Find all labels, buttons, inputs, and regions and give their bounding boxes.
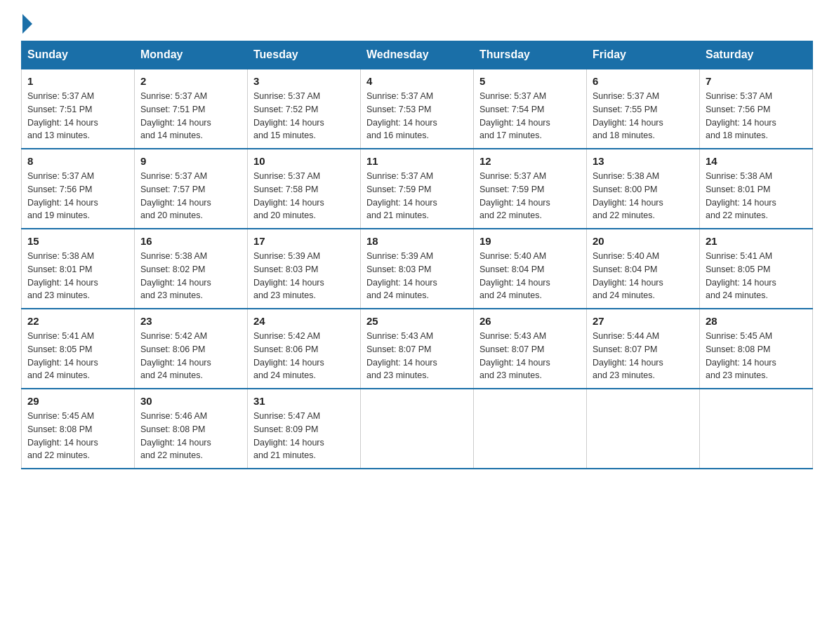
calendar-cell: 6 Sunrise: 5:37 AM Sunset: 7:55 PM Dayli… — [587, 69, 700, 149]
day-info: Sunrise: 5:37 AM Sunset: 7:55 PM Dayligh… — [593, 90, 694, 142]
day-number: 18 — [366, 235, 468, 247]
calendar-cell: 21 Sunrise: 5:41 AM Sunset: 8:05 PM Dayl… — [700, 229, 813, 309]
calendar-cell: 14 Sunrise: 5:38 AM Sunset: 8:01 PM Dayl… — [700, 149, 813, 229]
day-info: Sunrise: 5:37 AM Sunset: 7:59 PM Dayligh… — [479, 170, 581, 222]
week-row-2: 8 Sunrise: 5:37 AM Sunset: 7:56 PM Dayli… — [22, 149, 813, 229]
day-number: 1 — [27, 75, 128, 87]
calendar-cell: 18 Sunrise: 5:39 AM Sunset: 8:03 PM Dayl… — [361, 229, 474, 309]
day-info: Sunrise: 5:37 AM Sunset: 7:51 PM Dayligh… — [27, 90, 128, 142]
day-number: 15 — [27, 235, 128, 247]
calendar-cell: 15 Sunrise: 5:38 AM Sunset: 8:01 PM Dayl… — [22, 229, 135, 309]
calendar-cell: 16 Sunrise: 5:38 AM Sunset: 8:02 PM Dayl… — [135, 229, 248, 309]
day-info: Sunrise: 5:41 AM Sunset: 8:05 PM Dayligh… — [27, 330, 128, 382]
day-number: 7 — [706, 75, 807, 87]
day-number: 28 — [706, 315, 807, 327]
day-number: 4 — [366, 75, 468, 87]
day-number: 22 — [27, 315, 128, 327]
day-number: 3 — [253, 75, 355, 87]
calendar-cell: 27 Sunrise: 5:44 AM Sunset: 8:07 PM Dayl… — [587, 309, 700, 389]
day-header-tuesday: Tuesday — [248, 41, 361, 69]
day-number: 20 — [593, 235, 694, 247]
day-number: 19 — [479, 235, 581, 247]
day-info: Sunrise: 5:40 AM Sunset: 8:04 PM Dayligh… — [479, 250, 581, 302]
day-info: Sunrise: 5:37 AM Sunset: 7:58 PM Dayligh… — [253, 170, 355, 222]
day-number: 23 — [140, 315, 241, 327]
calendar-cell: 24 Sunrise: 5:42 AM Sunset: 8:06 PM Dayl… — [248, 309, 361, 389]
day-info: Sunrise: 5:38 AM Sunset: 8:02 PM Dayligh… — [140, 250, 241, 302]
day-number: 6 — [593, 75, 694, 87]
day-info: Sunrise: 5:45 AM Sunset: 8:08 PM Dayligh… — [706, 330, 807, 382]
day-number: 29 — [27, 395, 128, 407]
calendar-cell: 7 Sunrise: 5:37 AM Sunset: 7:56 PM Dayli… — [700, 69, 813, 149]
calendar-cell: 13 Sunrise: 5:38 AM Sunset: 8:00 PM Dayl… — [587, 149, 700, 229]
calendar-cell: 25 Sunrise: 5:43 AM Sunset: 8:07 PM Dayl… — [361, 309, 474, 389]
day-info: Sunrise: 5:37 AM Sunset: 7:53 PM Dayligh… — [366, 90, 468, 142]
calendar-cell: 5 Sunrise: 5:37 AM Sunset: 7:54 PM Dayli… — [474, 69, 587, 149]
day-info: Sunrise: 5:44 AM Sunset: 8:07 PM Dayligh… — [593, 330, 694, 382]
week-row-3: 15 Sunrise: 5:38 AM Sunset: 8:01 PM Dayl… — [22, 229, 813, 309]
calendar-cell: 3 Sunrise: 5:37 AM Sunset: 7:52 PM Dayli… — [248, 69, 361, 149]
day-header-saturday: Saturday — [700, 41, 813, 69]
week-row-1: 1 Sunrise: 5:37 AM Sunset: 7:51 PM Dayli… — [22, 69, 813, 149]
day-info: Sunrise: 5:37 AM Sunset: 7:57 PM Dayligh… — [140, 170, 241, 222]
day-number: 30 — [140, 395, 241, 407]
week-row-5: 29 Sunrise: 5:45 AM Sunset: 8:08 PM Dayl… — [22, 389, 813, 469]
day-number: 12 — [479, 155, 581, 167]
calendar-cell: 1 Sunrise: 5:37 AM Sunset: 7:51 PM Dayli… — [22, 69, 135, 149]
day-info: Sunrise: 5:39 AM Sunset: 8:03 PM Dayligh… — [366, 250, 468, 302]
calendar-cell — [361, 389, 474, 469]
day-info: Sunrise: 5:43 AM Sunset: 8:07 PM Dayligh… — [479, 330, 581, 382]
day-info: Sunrise: 5:47 AM Sunset: 8:09 PM Dayligh… — [253, 410, 355, 462]
day-info: Sunrise: 5:38 AM Sunset: 8:01 PM Dayligh… — [706, 170, 807, 222]
day-number: 14 — [706, 155, 807, 167]
day-number: 2 — [140, 75, 241, 87]
calendar-table: SundayMondayTuesdayWednesdayThursdayFrid… — [21, 41, 813, 469]
calendar-cell — [700, 389, 813, 469]
day-number: 26 — [479, 315, 581, 327]
calendar-cell: 4 Sunrise: 5:37 AM Sunset: 7:53 PM Dayli… — [361, 69, 474, 149]
calendar-cell: 9 Sunrise: 5:37 AM Sunset: 7:57 PM Dayli… — [135, 149, 248, 229]
calendar-cell: 11 Sunrise: 5:37 AM Sunset: 7:59 PM Dayl… — [361, 149, 474, 229]
day-headers-row: SundayMondayTuesdayWednesdayThursdayFrid… — [22, 41, 813, 69]
day-number: 31 — [253, 395, 355, 407]
calendar-cell: 28 Sunrise: 5:45 AM Sunset: 8:08 PM Dayl… — [700, 309, 813, 389]
day-info: Sunrise: 5:45 AM Sunset: 8:08 PM Dayligh… — [27, 410, 128, 462]
day-number: 8 — [27, 155, 128, 167]
calendar-cell: 26 Sunrise: 5:43 AM Sunset: 8:07 PM Dayl… — [474, 309, 587, 389]
logo-triangle-icon — [22, 14, 32, 34]
day-info: Sunrise: 5:37 AM Sunset: 7:51 PM Dayligh… — [140, 90, 241, 142]
day-info: Sunrise: 5:37 AM Sunset: 7:52 PM Dayligh… — [253, 90, 355, 142]
calendar-cell: 31 Sunrise: 5:47 AM Sunset: 8:09 PM Dayl… — [248, 389, 361, 469]
day-info: Sunrise: 5:37 AM Sunset: 7:56 PM Dayligh… — [706, 90, 807, 142]
calendar-cell: 19 Sunrise: 5:40 AM Sunset: 8:04 PM Dayl… — [474, 229, 587, 309]
day-info: Sunrise: 5:38 AM Sunset: 8:00 PM Dayligh… — [593, 170, 694, 222]
day-info: Sunrise: 5:41 AM Sunset: 8:05 PM Dayligh… — [706, 250, 807, 302]
calendar-cell — [474, 389, 587, 469]
week-row-4: 22 Sunrise: 5:41 AM Sunset: 8:05 PM Dayl… — [22, 309, 813, 389]
day-number: 21 — [706, 235, 807, 247]
day-info: Sunrise: 5:37 AM Sunset: 7:56 PM Dayligh… — [27, 170, 128, 222]
day-number: 25 — [366, 315, 468, 327]
calendar-cell: 12 Sunrise: 5:37 AM Sunset: 7:59 PM Dayl… — [474, 149, 587, 229]
day-info: Sunrise: 5:46 AM Sunset: 8:08 PM Dayligh… — [140, 410, 241, 462]
calendar-cell: 22 Sunrise: 5:41 AM Sunset: 8:05 PM Dayl… — [22, 309, 135, 389]
day-info: Sunrise: 5:43 AM Sunset: 8:07 PM Dayligh… — [366, 330, 468, 382]
calendar-header: SundayMondayTuesdayWednesdayThursdayFrid… — [22, 41, 813, 69]
day-number: 27 — [593, 315, 694, 327]
day-info: Sunrise: 5:40 AM Sunset: 8:04 PM Dayligh… — [593, 250, 694, 302]
day-number: 11 — [366, 155, 468, 167]
day-number: 24 — [253, 315, 355, 327]
day-header-thursday: Thursday — [474, 41, 587, 69]
day-info: Sunrise: 5:37 AM Sunset: 7:59 PM Dayligh… — [366, 170, 468, 222]
calendar-cell: 30 Sunrise: 5:46 AM Sunset: 8:08 PM Dayl… — [135, 389, 248, 469]
day-info: Sunrise: 5:38 AM Sunset: 8:01 PM Dayligh… — [27, 250, 128, 302]
calendar-cell — [587, 389, 700, 469]
page-header — [21, 14, 813, 34]
day-header-monday: Monday — [135, 41, 248, 69]
day-header-friday: Friday — [587, 41, 700, 69]
day-number: 17 — [253, 235, 355, 247]
day-number: 5 — [479, 75, 581, 87]
calendar-cell: 10 Sunrise: 5:37 AM Sunset: 7:58 PM Dayl… — [248, 149, 361, 229]
logo — [21, 14, 34, 34]
calendar-cell: 29 Sunrise: 5:45 AM Sunset: 8:08 PM Dayl… — [22, 389, 135, 469]
